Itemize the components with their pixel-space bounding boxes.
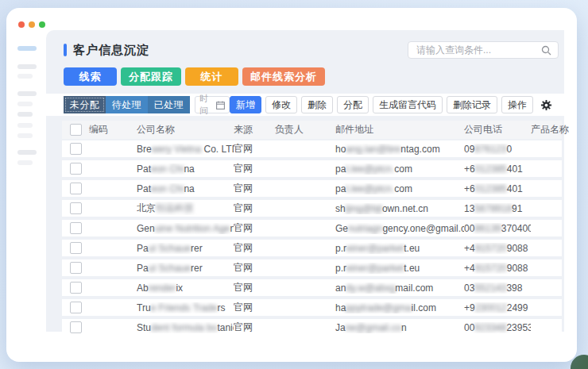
redacted-text: 230012: [475, 302, 507, 313]
redacted-text: 915720: [475, 263, 507, 274]
row-checkbox[interactable]: [70, 163, 82, 175]
table-row[interactable]: 北京恒远科技官网shijing@bjtown.net.cn13567891891: [62, 200, 562, 217]
search-input[interactable]: [415, 44, 541, 56]
redacted-text: ul Schaue: [149, 243, 191, 254]
cell-phone: 0092334823953: [464, 322, 531, 333]
cell-company: Brewery Vietna Co. LTD: [137, 144, 234, 155]
tab-button[interactable]: 邮件线索分析: [242, 67, 325, 86]
cell-phone: +49157209088: [464, 243, 531, 254]
redacted-text: 5678918: [474, 203, 512, 214]
redacted-text: nutriagn: [348, 223, 382, 234]
cell-email: Genutriagngency.one@gmail.com: [335, 223, 464, 234]
search-icon[interactable]: [541, 45, 551, 56]
date-filter[interactable]: 时间: [195, 96, 230, 113]
table-row[interactable]: Genuine Nutrition Agency ... .官网Genutria…: [62, 220, 562, 236]
sidebar-placeholder-item: [17, 150, 37, 155]
row-checkbox[interactable]: [70, 202, 82, 214]
row-checkbox[interactable]: [70, 321, 82, 333]
cell-source: 官网: [234, 221, 275, 235]
table-row[interactable]: True Friends Traders官网happytrade@gmail.c…: [62, 299, 562, 316]
column-header: 负责人: [275, 123, 335, 136]
status-filter-segment[interactable]: 已处理: [148, 96, 190, 113]
tab-button[interactable]: 分配跟踪: [121, 67, 181, 86]
row-select-cell: [62, 163, 89, 175]
action-button[interactable]: 新增: [230, 96, 261, 113]
title-accent-bar: [64, 44, 67, 56]
column-header: 公司电话: [464, 123, 531, 136]
cell-company: 北京恒远科技: [137, 202, 234, 215]
row-select-cell: [62, 143, 89, 155]
cell-phone: +92300122499: [464, 302, 531, 313]
action-button[interactable]: 删除: [301, 96, 333, 113]
redacted-text: ul Schaue: [149, 263, 191, 274]
redacted-text: dy.w@abxg: [346, 283, 395, 294]
sidebar-placeholder-item: [17, 112, 33, 117]
cell-email: hoang.lan@brentag.com: [335, 144, 464, 155]
row-checkbox[interactable]: [70, 262, 82, 274]
tab-button[interactable]: 线索: [64, 67, 117, 86]
status-filter-segment[interactable]: 待处理: [106, 96, 148, 113]
redacted-text: t.lee@ptcn.: [346, 183, 394, 194]
table-row[interactable]: Paul Schauerer官网p.reiner@parkett.eu+4915…: [62, 259, 562, 276]
select-all-checkbox[interactable]: [70, 124, 82, 136]
settings-gear-button[interactable]: [537, 96, 555, 113]
row-checkbox[interactable]: [70, 143, 82, 155]
row-checkbox[interactable]: [70, 183, 82, 194]
app-window: 客户信息沉淀 线索分配跟踪统计邮件线索分析 未分配待处理已处理 时间: [6, 8, 577, 362]
redacted-text: ijing@bjt: [346, 203, 382, 214]
status-filter-segment[interactable]: 未分配: [64, 96, 106, 113]
date-filter-placeholder: 时间: [199, 93, 214, 117]
tab-bar: 线索分配跟踪统计邮件线索分析: [46, 59, 564, 86]
status-filter: 未分配待处理已处理: [64, 96, 190, 113]
cell-email: happytrade@gmail.com: [335, 302, 464, 313]
redacted-text: einer@parket: [346, 263, 404, 274]
redacted-text: 86139: [474, 223, 501, 234]
cell-email: p.reiner@parkett.eu: [335, 263, 464, 274]
cell-source: 官网: [234, 142, 275, 156]
column-header: 公司名称: [137, 123, 234, 136]
row-checkbox[interactable]: [70, 222, 82, 234]
row-select-cell: [62, 321, 89, 333]
table-row[interactable]: Paul Schauerer官网p.reiner@parkett.eu+4915…: [62, 240, 562, 256]
redacted-text: wery Vietna: [152, 144, 201, 155]
redacted-text: ang.lan@bre: [346, 144, 400, 155]
action-button[interactable]: 分配: [337, 96, 369, 113]
redacted-text: render: [149, 283, 176, 294]
cell-company: Student formula botanica: [137, 322, 234, 333]
action-button[interactable]: 删除记录: [447, 96, 497, 113]
sidebar-placeholder-item: [17, 46, 37, 51]
redacted-text: dent formula bo: [151, 322, 217, 333]
cell-source: 官网: [234, 301, 275, 314]
row-checkbox[interactable]: [70, 282, 82, 294]
search-box[interactable]: [408, 41, 559, 59]
sidebar-placeholder-item: [17, 91, 37, 96]
sidebar-placeholder-item: [17, 102, 33, 106]
cell-company: Genuine Nutrition Agency ... .: [137, 223, 234, 234]
cell-email: Jane@gmail.con: [335, 322, 464, 333]
redacted-text: 915720: [475, 243, 507, 254]
table-row[interactable]: Abrenderix官网andy.w@abxgmail.com035521433…: [62, 279, 562, 296]
table-row[interactable]: Student formula botanica官网Jane@gmail.con…: [62, 319, 562, 336]
page-header: 客户信息沉淀: [46, 30, 564, 59]
action-button[interactable]: 修改: [265, 96, 297, 113]
sidebar-placeholder-item: [17, 64, 37, 69]
cell-email: shijing@bjtown.net.cn: [335, 203, 464, 214]
row-checkbox[interactable]: [70, 242, 82, 254]
table-row[interactable]: Pateon China官网pat.lee@ptcn.com+601238540…: [62, 180, 562, 197]
redacted-text: einer@parket: [346, 243, 404, 254]
table-row[interactable]: Pateon China官网pat.lee@ptcn.com+601238540…: [62, 160, 562, 177]
action-button[interactable]: 操作: [501, 96, 533, 113]
redacted-text: 恒远科技: [156, 202, 194, 213]
table-row[interactable]: Brewery Vietna Co. LTD官网hoang.lan@brenta…: [62, 140, 562, 157]
redacted-text: 012385: [475, 183, 507, 194]
sidebar: [17, 8, 46, 362]
action-button[interactable]: 生成留言代码: [373, 96, 443, 113]
tab-button[interactable]: 统计: [185, 67, 238, 86]
cell-email: pat.lee@ptcn.com: [335, 183, 464, 194]
row-checkbox[interactable]: [70, 302, 82, 313]
gear-icon: [540, 99, 552, 111]
table-header-row: 编码公司名称来源负责人邮件地址公司电话产品名称: [62, 121, 562, 139]
cell-phone: 03552143398: [464, 283, 531, 294]
row-select-cell: [62, 202, 89, 214]
column-header: 编码: [89, 123, 137, 136]
